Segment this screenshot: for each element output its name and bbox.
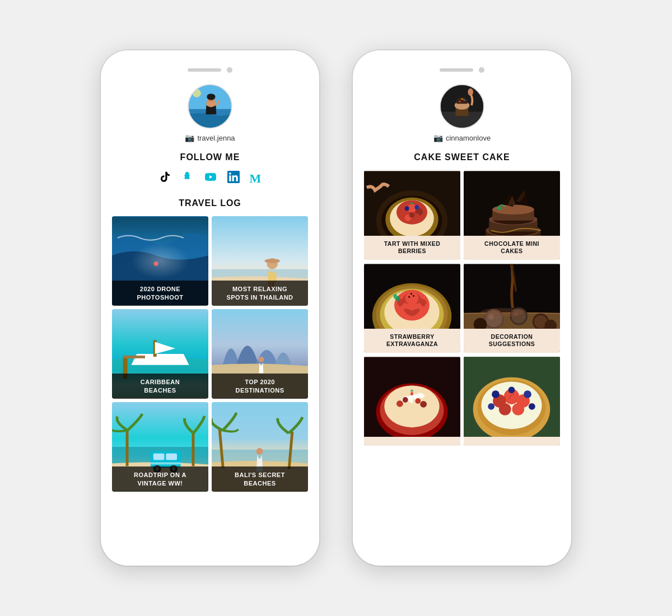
post-drone[interactable]: 2020 DRONEPHOTOSHOOT [112, 216, 208, 306]
post-choc-mini[interactable]: CHOCOLATE MINICAKES [464, 170, 560, 260]
svg-point-5 [207, 94, 215, 100]
svg-point-121 [510, 397, 511, 398]
post-berry-tart2-caption [464, 437, 560, 446]
travel-log-title: TRAVEL LOG [112, 198, 308, 208]
post-bali-caption: BALI'S SECRETBEACHES [212, 466, 308, 492]
post-red-cake-bg [364, 356, 460, 446]
svg-point-44 [468, 88, 473, 96]
notch-dot-food [479, 67, 484, 73]
post-berry-tart2[interactable] [464, 356, 560, 446]
post-thailand-caption: MOST RELAXINGSPOTS IN THAILAND [212, 281, 308, 306]
svg-point-118 [529, 403, 535, 410]
svg-point-19 [259, 357, 264, 362]
svg-rect-17 [123, 356, 145, 358]
svg-point-79 [413, 295, 414, 297]
post-strawberry[interactable]: STRAWBERRYEXTRAVAGANZA [364, 263, 460, 353]
food-photo-grid: TART WITH MIXEDBERRIES [364, 170, 560, 446]
svg-point-58 [414, 205, 419, 209]
post-caribbean-caption: CARIBBEANBEACHES [112, 374, 208, 399]
svg-point-112 [499, 403, 511, 416]
travel-photo-grid: 2020 DRONEPHOTOSHOOT [112, 216, 308, 492]
notch-dot [227, 67, 232, 73]
post-caribbean[interactable]: CARIBBEANBEACHES [112, 309, 208, 399]
svg-point-102 [415, 398, 421, 404]
svg-point-116 [508, 386, 515, 393]
post-thailand[interactable]: MOST RELAXINGSPOTS IN THAILAND [212, 216, 308, 306]
svg-point-93 [480, 308, 524, 317]
svg-rect-24 [153, 454, 165, 460]
follow-section: FOLLOW ME M [112, 152, 308, 187]
phone-notch-travel [112, 67, 308, 73]
post-roadtrip[interactable]: ROADTRIP ON AVINTAGE WW! [112, 402, 208, 492]
svg-point-36 [256, 448, 263, 455]
snapchat-icon[interactable] [181, 171, 194, 186]
svg-rect-22 [126, 431, 129, 466]
instagram-icon-food: 📷 [433, 133, 443, 142]
avatar-food-svg [441, 84, 483, 129]
social-icons: M [112, 170, 308, 187]
svg-point-11 [264, 259, 280, 263]
svg-point-80 [410, 293, 412, 295]
post-strawberry-caption: STRAWBERRYEXTRAVAGANZA [364, 329, 460, 353]
svg-point-57 [405, 206, 409, 211]
phone-travel: 📷 travel.jenna FOLLOW ME M [101, 50, 319, 566]
linkedin-icon[interactable] [227, 171, 240, 186]
svg-point-113 [512, 403, 524, 416]
notch-bar-food [440, 68, 473, 72]
avatar-travel [188, 84, 232, 129]
svg-point-56 [409, 212, 415, 218]
svg-point-2 [193, 89, 201, 97]
post-red-cake-caption [364, 437, 460, 446]
svg-point-101 [403, 397, 408, 403]
phone-food: 📷 cinnamonlove CAKE SWEET CAKE [353, 50, 571, 566]
profile-section-travel: 📷 travel.jenna [112, 84, 308, 142]
svg-point-7 [154, 262, 158, 266]
post-decoration[interactable]: DECORATIONSUGGESTIONS [464, 263, 560, 353]
post-tart-berries[interactable]: TART WITH MIXEDBERRIES [364, 170, 460, 260]
username-food: 📷 cinnamonlove [433, 133, 491, 142]
post-decoration-caption: DECORATIONSUGGESTIONS [464, 329, 560, 353]
svg-point-115 [524, 390, 531, 398]
medium-icon[interactable]: M [250, 172, 262, 185]
youtube-icon[interactable] [204, 170, 217, 187]
svg-point-78 [408, 296, 410, 298]
svg-point-100 [396, 400, 403, 407]
follow-title: FOLLOW ME [112, 152, 308, 162]
post-red-cake[interactable] [364, 356, 460, 446]
svg-point-120 [512, 394, 514, 395]
berry-tart2-image [464, 356, 560, 446]
svg-point-103 [420, 401, 427, 408]
svg-rect-30 [151, 463, 181, 465]
notch-bar [188, 68, 221, 72]
post-destinations-caption: TOP 2020DESTINATIONS [212, 374, 308, 399]
post-drone-caption: 2020 DRONEPHOTOSHOOT [112, 281, 208, 306]
post-bali[interactable]: BALI'S SECRETBEACHES [212, 402, 308, 492]
avatar-travel-svg [189, 84, 231, 129]
post-tart-berries-caption: TART WITH MIXEDBERRIES [364, 236, 460, 260]
svg-rect-25 [166, 454, 177, 460]
username-travel: 📷 travel.jenna [185, 133, 235, 142]
svg-point-114 [492, 390, 500, 398]
phones-container: 📷 travel.jenna FOLLOW ME M [101, 50, 571, 566]
instagram-icon-travel: 📷 [185, 133, 194, 142]
food-blog-title: CAKE SWEET CAKE [364, 152, 560, 162]
profile-section-food: 📷 cinnamonlove [364, 84, 560, 142]
post-destinations[interactable]: TOP 2020DESTINATIONS [212, 309, 308, 399]
post-roadtrip-caption: ROADTRIP ON AVINTAGE WW! [112, 466, 208, 492]
phone-notch-food [364, 67, 560, 73]
svg-rect-31 [192, 433, 195, 466]
svg-point-117 [488, 403, 494, 410]
post-choc-mini-caption: CHOCOLATE MINICAKES [464, 236, 560, 260]
svg-point-119 [511, 395, 512, 396]
tiktok-icon[interactable] [159, 171, 171, 186]
red-cake-image [364, 356, 460, 446]
avatar-food [440, 84, 484, 129]
post-berry-tart2-bg [464, 356, 560, 446]
